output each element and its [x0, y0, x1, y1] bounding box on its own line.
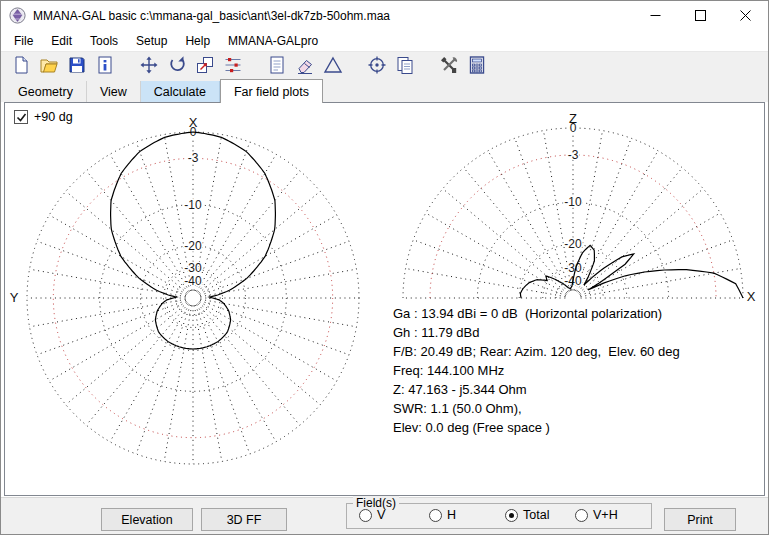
- menu-item-file[interactable]: File: [5, 32, 42, 50]
- field-radio-total[interactable]: Total: [505, 508, 549, 522]
- file-info-icon: [95, 55, 115, 75]
- title-bar: MMANA-GAL basic c:\mmana-gal_basic\ant\3…: [1, 1, 768, 30]
- calculator-button[interactable]: [465, 53, 489, 77]
- radio-label: Total: [523, 508, 549, 522]
- axis-label-x: X: [189, 115, 198, 130]
- export-window-icon: [195, 55, 215, 75]
- menu-item-tools[interactable]: Tools: [81, 32, 127, 50]
- optimize-target-button[interactable]: [365, 53, 389, 77]
- calculator-icon: [467, 55, 487, 75]
- ring-label--30db: -30: [564, 261, 582, 275]
- copy-button[interactable]: [393, 53, 417, 77]
- triangle-plot-button[interactable]: [321, 53, 345, 77]
- text-view-icon: [267, 55, 287, 75]
- move-icon: [139, 55, 159, 75]
- open-file-icon: [39, 55, 59, 75]
- tab-bar: GeometryViewCalculateFar field plots: [1, 78, 768, 102]
- result-line: Freq: 144.100 MHz: [393, 361, 680, 380]
- result-line: SWR: 1.1 (50.0 Ohm),: [393, 399, 680, 418]
- menu-item-setup[interactable]: Setup: [127, 32, 176, 50]
- ring-label--3db: -3: [568, 148, 579, 162]
- elevation-pattern-curve: [520, 245, 743, 298]
- wire-edit-icon: [223, 55, 243, 75]
- rotate-90-option: +90 dg: [14, 110, 73, 124]
- fields-groupbox: Field(s) VHTotalV+H: [346, 503, 652, 529]
- new-file-button[interactable]: [9, 53, 33, 77]
- radio-icon: [505, 509, 518, 522]
- maximize-button[interactable]: [678, 1, 723, 30]
- result-line: Z: 47.163 - j5.344 Ohm: [393, 380, 680, 399]
- far-field-plots-panel: 0-3-10-20-30-40XY0-3-10-20-30-40ZX +90 d…: [4, 102, 765, 496]
- open-file-button[interactable]: [37, 53, 61, 77]
- app-logo-icon: [9, 7, 26, 24]
- ring-label--20db: -20: [184, 239, 202, 253]
- radio-icon: [429, 509, 442, 522]
- menu-bar: FileEditToolsSetupHelpMMANA-GALpro: [1, 30, 768, 51]
- radio-icon: [575, 509, 588, 522]
- axis-label-z: Z: [569, 111, 577, 126]
- ring-label--10db: -10: [564, 195, 582, 209]
- field-radio-h[interactable]: H: [429, 508, 456, 522]
- save-file-button[interactable]: [65, 53, 89, 77]
- tools-setup-button[interactable]: [437, 53, 461, 77]
- rotate-90-checkbox[interactable]: [14, 110, 28, 124]
- result-line: F/B: 20.49 dB; Rear: Azim. 120 deg, Elev…: [393, 342, 680, 361]
- ring-label--20db: -20: [564, 237, 582, 251]
- toolbar: [1, 51, 768, 78]
- ring-label--30db: -30: [184, 261, 202, 275]
- close-button[interactable]: [723, 1, 768, 30]
- triangle-plot-icon: [323, 55, 343, 75]
- menu-item-edit[interactable]: Edit: [42, 32, 81, 50]
- ring-label--40db: -40: [184, 274, 202, 288]
- rotate-90-label: +90 dg: [34, 110, 73, 124]
- tools-setup-icon: [439, 55, 459, 75]
- 3d-ff-button[interactable]: 3D FF: [201, 508, 287, 531]
- minimize-button[interactable]: [633, 1, 678, 30]
- tab-view[interactable]: View: [87, 81, 141, 102]
- bottom-bar: Elevation 3D FF Field(s) VHTotalV+H Prin…: [1, 497, 768, 534]
- save-file-icon: [67, 55, 87, 75]
- radio-icon: [359, 509, 372, 522]
- erase-icon: [295, 55, 315, 75]
- elevation-button[interactable]: Elevation: [101, 508, 193, 531]
- elevation-pattern-plot: 0-3-10-20-30-40ZX: [403, 111, 756, 304]
- window-controls: [633, 1, 768, 30]
- new-file-icon: [11, 55, 31, 75]
- print-button[interactable]: Print: [664, 508, 736, 531]
- rotate-icon: [167, 55, 187, 75]
- axis-label-y: Y: [10, 290, 19, 305]
- text-view-button[interactable]: [265, 53, 289, 77]
- erase-button[interactable]: [293, 53, 317, 77]
- result-line: Ga : 13.94 dBi = 0 dB (Horizontal polari…: [393, 304, 680, 323]
- move-button[interactable]: [137, 53, 161, 77]
- result-line: Gh : 11.79 dBd: [393, 323, 680, 342]
- result-line: Elev: 0.0 deg (Free space ): [393, 418, 680, 437]
- wire-edit-button[interactable]: [221, 53, 245, 77]
- export-window-button[interactable]: [193, 53, 217, 77]
- mmana-gal-window: MMANA-GAL basic c:\mmana-gal_basic\ant\3…: [0, 0, 769, 535]
- axis-label-x: X: [747, 289, 756, 304]
- file-info-button[interactable]: [93, 53, 117, 77]
- radio-label: V+H: [593, 508, 618, 522]
- ring-label--3db: -3: [188, 151, 199, 165]
- tab-geometry[interactable]: Geometry: [5, 81, 87, 102]
- menu-item-mmana-galpro[interactable]: MMANA-GALpro: [219, 32, 327, 50]
- tab-far-field-plots[interactable]: Far field plots: [220, 79, 323, 103]
- rotate-button[interactable]: [165, 53, 189, 77]
- ring-label--10db: -10: [184, 198, 202, 212]
- window-title: MMANA-GAL basic c:\mmana-gal_basic\ant\3…: [33, 9, 390, 23]
- azimuth-pattern-plot: 0-3-10-20-30-40XY: [10, 115, 359, 464]
- optimize-target-icon: [367, 55, 387, 75]
- tab-calculate[interactable]: Calculate: [141, 81, 220, 102]
- radio-label: H: [447, 508, 456, 522]
- copy-icon: [395, 55, 415, 75]
- calculation-results: Ga : 13.94 dBi = 0 dB (Horizontal polari…: [393, 304, 680, 437]
- menu-item-help[interactable]: Help: [176, 32, 219, 50]
- radio-label: V: [377, 508, 385, 522]
- field-radio-v-h[interactable]: V+H: [575, 508, 618, 522]
- field-radio-v[interactable]: V: [359, 508, 385, 522]
